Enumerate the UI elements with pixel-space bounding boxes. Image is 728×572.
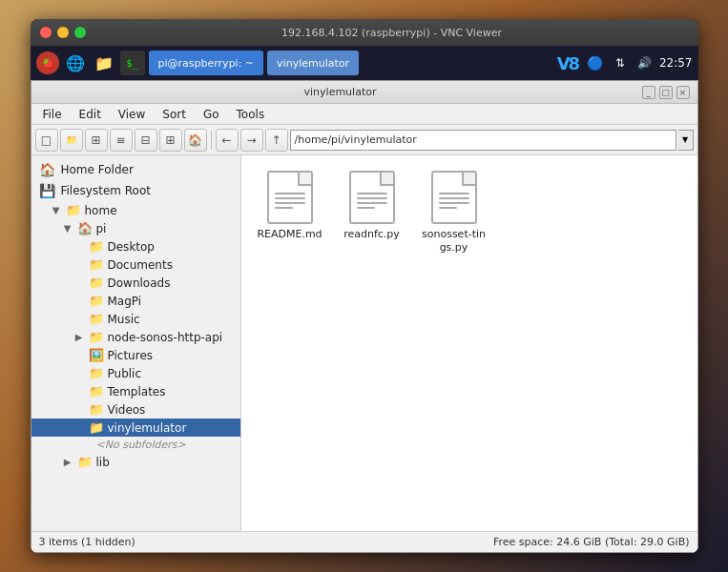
tree-item-lib[interactable]: ▶ 📁 lib xyxy=(31,453,240,471)
bluetooth-icon[interactable]: 🔵 xyxy=(585,52,606,73)
tree-label-music: Music xyxy=(108,313,140,326)
tree-item-public[interactable]: 📁 Public xyxy=(31,364,240,382)
file-icon-sonossettings xyxy=(431,171,477,224)
menu-tools[interactable]: Tools xyxy=(229,106,273,123)
address-dropdown[interactable]: ▼ xyxy=(678,130,694,151)
tree-item-documents[interactable]: 📁 Documents xyxy=(31,255,240,274)
fm-statusbar: 3 items (1 hidden) Free space: 24.6 GiB … xyxy=(31,531,697,552)
toggle-node-sonos: ▶ xyxy=(73,332,85,342)
no-subfolders-label: <No subfolders> xyxy=(31,437,240,453)
filesystem-icon: 💾 xyxy=(39,183,55,198)
tb-btn-new-window[interactable]: □ xyxy=(35,129,58,152)
tree-label-node-sonos: node-sonos-http-api xyxy=(108,331,223,344)
vnc-titlebar: 192.168.4.102 (raspberrypi) - VNC Viewer xyxy=(31,19,698,46)
status-items: 3 items (1 hidden) xyxy=(39,536,135,548)
browser-icon[interactable]: 🌐 xyxy=(63,51,88,75)
folder-icon-templates: 📁 xyxy=(89,384,104,398)
folder-icon-pi: 🏠 xyxy=(77,221,93,235)
fm-title: vinylemulator xyxy=(39,86,642,98)
folder-icon-pictures: 🖼️ xyxy=(89,348,104,362)
pi-menu-icon[interactable]: 🍓 xyxy=(36,51,59,74)
tb-btn-home[interactable]: 🏠 xyxy=(184,129,207,152)
tree-item-downloads[interactable]: 📁 Downloads xyxy=(31,274,240,292)
folder-icon-node-sonos: 📁 xyxy=(89,330,104,344)
tree-label-lib: lib xyxy=(96,456,110,469)
tb-btn-up[interactable]: ↑ xyxy=(265,129,288,152)
tb-btn-view1[interactable]: ⊞ xyxy=(85,129,108,152)
volume-icon[interactable]: 🔊 xyxy=(634,52,655,73)
tb-btn-forward[interactable]: → xyxy=(240,129,263,152)
tb-btn-back[interactable]: ← xyxy=(216,129,239,152)
address-bar[interactable]: /home/pi/vinylemulator xyxy=(290,130,676,151)
terminal-icon[interactable]: $_ xyxy=(120,51,145,75)
tree-label-videos: Videos xyxy=(108,403,146,417)
fm-minimize-btn[interactable]: _ xyxy=(642,86,655,99)
tree-label-vinylemulator: vinylemulator xyxy=(108,421,187,435)
folder-icon[interactable]: 📁 xyxy=(92,51,116,75)
folder-icon-vinylemulator: 📁 xyxy=(89,420,104,435)
file-name-readme: README.md xyxy=(257,228,322,241)
folder-icon-downloads: 📁 xyxy=(89,276,104,290)
fm-titlebar: vinylemulator _ □ × xyxy=(31,81,697,104)
maximize-button[interactable] xyxy=(74,27,86,38)
fm-window-controls: _ □ × xyxy=(642,86,690,99)
fm-close-btn[interactable]: × xyxy=(676,86,690,99)
tree-item-music[interactable]: 📁 Music xyxy=(31,310,240,328)
menu-go[interactable]: Go xyxy=(196,106,227,123)
close-button[interactable] xyxy=(40,27,52,38)
network-icon[interactable]: ⇅ xyxy=(610,52,631,73)
home-folder-label: Home Folder xyxy=(61,163,134,176)
tree-item-videos[interactable]: 📁 Videos xyxy=(31,400,240,419)
tb-btn-view4[interactable]: ⊞ xyxy=(159,129,182,152)
tree-label-magpi: MagPi xyxy=(108,295,142,308)
tree-item-node-sonos[interactable]: ▶ 📁 node-sonos-http-api xyxy=(31,328,240,346)
menu-view[interactable]: View xyxy=(111,106,153,123)
tb-separator xyxy=(211,131,212,150)
tree-item-pictures[interactable]: 🖼️ Pictures xyxy=(31,346,240,364)
tree-item-templates[interactable]: 📁 Templates xyxy=(31,382,240,400)
traffic-lights xyxy=(40,27,86,38)
fm-sidebar-wrapper: 🏠 Home Folder 💾 Filesystem Root ▼ 📁 home xyxy=(31,155,241,531)
file-readnfc[interactable]: readnfc.py xyxy=(339,171,406,255)
file-readme[interactable]: README.md xyxy=(257,171,323,255)
tree-item-vinylemulator[interactable]: 📁 vinylemulator xyxy=(31,419,240,437)
toggle-pi: ▼ xyxy=(62,223,73,234)
filemanager-tab[interactable]: vinylemulator xyxy=(267,51,359,75)
tree-item-home[interactable]: ▼ 📁 home xyxy=(31,201,240,219)
sidebar-filesystem-root[interactable]: 💾 Filesystem Root xyxy=(31,180,240,201)
minimize-button[interactable] xyxy=(57,27,69,38)
vnc-title: 192.168.4.102 (raspberrypi) - VNC Viewer xyxy=(95,27,689,39)
fm-menubar: File Edit View Sort Go Tools xyxy=(31,104,697,125)
toggle-home: ▼ xyxy=(51,205,62,215)
folder-icon-documents: 📁 xyxy=(89,257,104,272)
vnc-window: 192.168.4.102 (raspberrypi) - VNC Viewer… xyxy=(31,19,698,553)
file-name-readnfc: readnfc.py xyxy=(343,228,400,241)
tree-item-desktop[interactable]: 📁 Desktop xyxy=(31,237,240,255)
fm-toolbar: □ 📁 ⊞ ≡ ⊟ ⊞ 🏠 ← → ↑ /home/pi/vinylemulat… xyxy=(31,125,697,155)
tb-btn-new-folder[interactable]: 📁 xyxy=(60,129,83,152)
tree-label-public: Public xyxy=(108,367,142,380)
tree-label-downloads: Downloads xyxy=(108,276,171,290)
tree-item-pi[interactable]: ▼ 🏠 pi xyxy=(31,219,240,237)
filesystem-label: Filesystem Root xyxy=(61,184,151,197)
menu-edit[interactable]: Edit xyxy=(72,106,109,123)
folder-icon-desktop: 📁 xyxy=(89,239,104,254)
folder-icon-lib: 📁 xyxy=(77,455,93,469)
terminal-tab[interactable]: pi@raspberrypi: ~ xyxy=(149,51,264,75)
clock: 22:57 xyxy=(659,56,693,70)
tree-item-magpi[interactable]: 📁 MagPi xyxy=(31,292,240,310)
menu-sort[interactable]: Sort xyxy=(155,106,194,123)
tree-label-documents: Documents xyxy=(108,258,173,272)
tb-btn-view2[interactable]: ≡ xyxy=(110,129,133,152)
menu-file[interactable]: File xyxy=(35,106,70,123)
tree-label-desktop: Desktop xyxy=(108,240,156,254)
file-icon-readme xyxy=(267,171,313,224)
fm-restore-btn[interactable]: □ xyxy=(659,86,673,99)
folder-icon-magpi: 📁 xyxy=(89,294,104,308)
tree-label-pi: pi xyxy=(96,222,107,235)
tb-btn-view3[interactable]: ⊟ xyxy=(135,129,157,152)
file-manager-window: vinylemulator _ □ × File Edit View Sort … xyxy=(31,80,698,553)
file-sonossettings[interactable]: sonosset-tings.py xyxy=(421,171,488,255)
desktop-taskbar: 🍓 🌐 📁 $_ pi@raspberrypi: ~ vinylemulator… xyxy=(31,46,698,80)
sidebar-home-folder[interactable]: 🏠 Home Folder xyxy=(31,159,240,180)
